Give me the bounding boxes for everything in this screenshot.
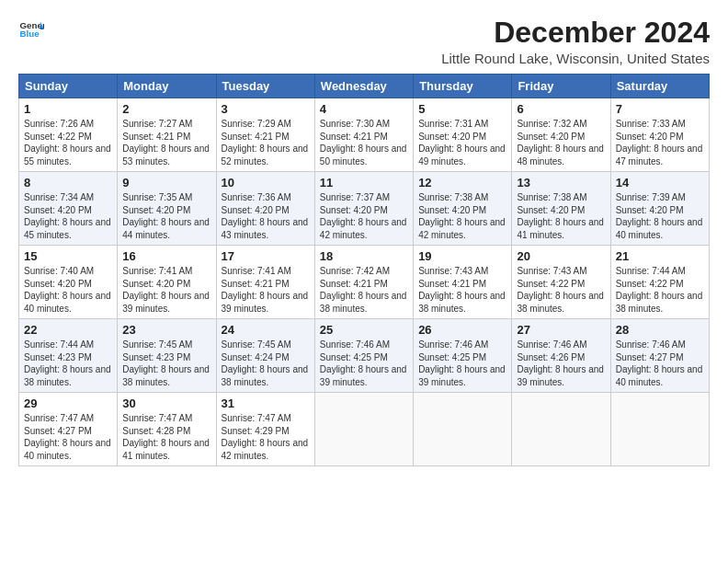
- header-saturday: Saturday: [610, 75, 709, 98]
- table-row: 5 Sunrise: 7:31 AMSunset: 4:20 PMDayligh…: [414, 98, 512, 172]
- day-info: Sunrise: 7:34 AMSunset: 4:20 PMDaylight:…: [24, 192, 111, 240]
- table-row: 10 Sunrise: 7:36 AMSunset: 4:20 PMDaylig…: [216, 172, 314, 246]
- day-info: Sunrise: 7:45 AMSunset: 4:24 PMDaylight:…: [222, 339, 309, 387]
- day-info: Sunrise: 7:46 AMSunset: 4:26 PMDaylight:…: [517, 339, 604, 387]
- calendar-subtitle: Little Round Lake, Wisconsin, United Sta…: [441, 51, 710, 66]
- header-row-days: Sunday Monday Tuesday Wednesday Thursday…: [19, 75, 710, 98]
- day-number: 16: [122, 249, 210, 263]
- day-number: 29: [24, 396, 112, 410]
- title-block: December 2024 Little Round Lake, Wiscons…: [441, 17, 710, 66]
- day-number: 19: [418, 249, 506, 263]
- table-row: 30 Sunrise: 7:47 AMSunset: 4:28 PMDaylig…: [118, 393, 216, 466]
- header-wednesday: Wednesday: [314, 75, 413, 98]
- day-number: 24: [222, 323, 310, 337]
- day-number: 18: [320, 249, 408, 263]
- day-number: 6: [517, 102, 605, 116]
- day-number: 2: [122, 102, 210, 116]
- day-info: Sunrise: 7:47 AMSunset: 4:28 PMDaylight:…: [122, 413, 210, 461]
- table-row: [610, 393, 709, 466]
- day-info: Sunrise: 7:44 AMSunset: 4:23 PMDaylight:…: [24, 339, 111, 387]
- table-row: 28 Sunrise: 7:46 AMSunset: 4:27 PMDaylig…: [610, 319, 709, 393]
- day-info: Sunrise: 7:44 AMSunset: 4:22 PMDaylight:…: [616, 266, 703, 314]
- day-info: Sunrise: 7:47 AMSunset: 4:27 PMDaylight:…: [24, 413, 111, 461]
- day-number: 17: [222, 249, 310, 263]
- day-number: 27: [517, 323, 605, 337]
- table-row: 3 Sunrise: 7:29 AMSunset: 4:21 PMDayligh…: [216, 98, 314, 172]
- day-number: 25: [320, 323, 408, 337]
- table-row: 8 Sunrise: 7:34 AMSunset: 4:20 PMDayligh…: [19, 172, 118, 246]
- day-number: 11: [320, 176, 408, 190]
- table-row: 2 Sunrise: 7:27 AMSunset: 4:21 PMDayligh…: [118, 98, 216, 172]
- day-info: Sunrise: 7:38 AMSunset: 4:20 PMDaylight:…: [517, 192, 604, 240]
- table-row: 19 Sunrise: 7:43 AMSunset: 4:21 PMDaylig…: [414, 246, 512, 319]
- table-row: 15 Sunrise: 7:40 AMSunset: 4:20 PMDaylig…: [19, 246, 118, 319]
- day-info: Sunrise: 7:45 AMSunset: 4:23 PMDaylight:…: [122, 339, 210, 387]
- day-number: 15: [24, 249, 112, 263]
- day-info: Sunrise: 7:33 AMSunset: 4:20 PMDaylight:…: [616, 119, 703, 167]
- table-row: 17 Sunrise: 7:41 AMSunset: 4:21 PMDaylig…: [216, 246, 314, 319]
- day-info: Sunrise: 7:41 AMSunset: 4:20 PMDaylight:…: [122, 266, 210, 314]
- day-info: Sunrise: 7:30 AMSunset: 4:21 PMDaylight:…: [320, 119, 407, 167]
- calendar-title: December 2024: [441, 17, 710, 49]
- day-number: 10: [222, 176, 310, 190]
- day-info: Sunrise: 7:46 AMSunset: 4:25 PMDaylight:…: [320, 339, 407, 387]
- table-row: 27 Sunrise: 7:46 AMSunset: 4:26 PMDaylig…: [512, 319, 610, 393]
- day-info: Sunrise: 7:39 AMSunset: 4:20 PMDaylight:…: [616, 192, 703, 240]
- calendar-table: Sunday Monday Tuesday Wednesday Thursday…: [18, 74, 710, 466]
- day-number: 7: [616, 102, 704, 116]
- table-row: 23 Sunrise: 7:45 AMSunset: 4:23 PMDaylig…: [118, 319, 216, 393]
- table-row: 18 Sunrise: 7:42 AMSunset: 4:21 PMDaylig…: [314, 246, 413, 319]
- day-info: Sunrise: 7:46 AMSunset: 4:25 PMDaylight:…: [418, 339, 506, 387]
- table-row: 12 Sunrise: 7:38 AMSunset: 4:20 PMDaylig…: [414, 172, 512, 246]
- day-number: 9: [122, 176, 210, 190]
- day-info: Sunrise: 7:32 AMSunset: 4:20 PMDaylight:…: [517, 119, 604, 167]
- table-row: 21 Sunrise: 7:44 AMSunset: 4:22 PMDaylig…: [610, 246, 709, 319]
- day-info: Sunrise: 7:31 AMSunset: 4:20 PMDaylight:…: [418, 119, 506, 167]
- table-row: 24 Sunrise: 7:45 AMSunset: 4:24 PMDaylig…: [216, 319, 314, 393]
- table-row: 22 Sunrise: 7:44 AMSunset: 4:23 PMDaylig…: [19, 319, 118, 393]
- day-info: Sunrise: 7:38 AMSunset: 4:20 PMDaylight:…: [418, 192, 506, 240]
- day-number: 4: [320, 102, 408, 116]
- day-info: Sunrise: 7:37 AMSunset: 4:20 PMDaylight:…: [320, 192, 407, 240]
- table-row: 20 Sunrise: 7:43 AMSunset: 4:22 PMDaylig…: [512, 246, 610, 319]
- day-info: Sunrise: 7:41 AMSunset: 4:21 PMDaylight:…: [222, 266, 309, 314]
- day-number: 23: [122, 323, 210, 337]
- day-number: 22: [24, 323, 112, 337]
- day-number: 28: [616, 323, 704, 337]
- logo-icon: General Blue: [18, 17, 44, 42]
- day-info: Sunrise: 7:36 AMSunset: 4:20 PMDaylight:…: [222, 192, 309, 240]
- day-info: Sunrise: 7:43 AMSunset: 4:21 PMDaylight:…: [418, 266, 506, 314]
- day-number: 13: [517, 176, 605, 190]
- day-number: 1: [24, 102, 112, 116]
- header-tuesday: Tuesday: [216, 75, 314, 98]
- table-row: 26 Sunrise: 7:46 AMSunset: 4:25 PMDaylig…: [414, 319, 512, 393]
- day-number: 31: [222, 396, 310, 410]
- day-info: Sunrise: 7:42 AMSunset: 4:21 PMDaylight:…: [320, 266, 407, 314]
- table-row: [314, 393, 413, 466]
- table-row: [414, 393, 512, 466]
- table-row: 13 Sunrise: 7:38 AMSunset: 4:20 PMDaylig…: [512, 172, 610, 246]
- header-sunday: Sunday: [19, 75, 118, 98]
- day-number: 20: [517, 249, 605, 263]
- day-info: Sunrise: 7:40 AMSunset: 4:20 PMDaylight:…: [24, 266, 111, 314]
- table-row: 25 Sunrise: 7:46 AMSunset: 4:25 PMDaylig…: [314, 319, 413, 393]
- table-row: 9 Sunrise: 7:35 AMSunset: 4:20 PMDayligh…: [118, 172, 216, 246]
- table-row: 31 Sunrise: 7:47 AMSunset: 4:29 PMDaylig…: [216, 393, 314, 466]
- day-info: Sunrise: 7:43 AMSunset: 4:22 PMDaylight:…: [517, 266, 604, 314]
- table-row: [512, 393, 610, 466]
- day-info: Sunrise: 7:27 AMSunset: 4:21 PMDaylight:…: [122, 119, 210, 167]
- table-row: 29 Sunrise: 7:47 AMSunset: 4:27 PMDaylig…: [19, 393, 118, 466]
- table-row: 16 Sunrise: 7:41 AMSunset: 4:20 PMDaylig…: [118, 246, 216, 319]
- day-info: Sunrise: 7:29 AMSunset: 4:21 PMDaylight:…: [222, 119, 309, 167]
- day-info: Sunrise: 7:35 AMSunset: 4:20 PMDaylight:…: [122, 192, 210, 240]
- day-number: 14: [616, 176, 704, 190]
- day-number: 26: [418, 323, 506, 337]
- day-number: 3: [222, 102, 310, 116]
- day-number: 30: [122, 396, 210, 410]
- logo: General Blue: [18, 17, 44, 42]
- day-info: Sunrise: 7:47 AMSunset: 4:29 PMDaylight:…: [222, 413, 309, 461]
- table-row: 7 Sunrise: 7:33 AMSunset: 4:20 PMDayligh…: [610, 98, 709, 172]
- day-number: 8: [24, 176, 112, 190]
- table-row: 11 Sunrise: 7:37 AMSunset: 4:20 PMDaylig…: [314, 172, 413, 246]
- calendar-page: General Blue December 2024 Little Round …: [0, 0, 728, 563]
